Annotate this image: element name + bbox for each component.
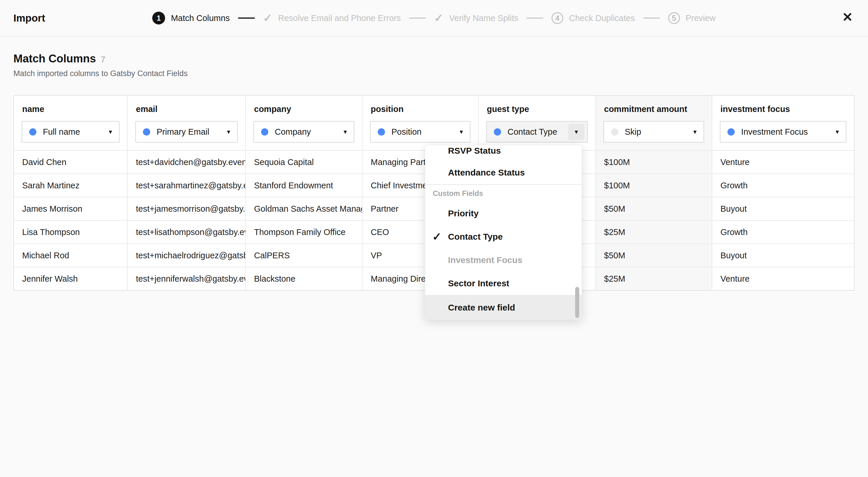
menu-item-investment-focus[interactable]: Investment Focus bbox=[425, 248, 582, 272]
step-connector bbox=[409, 18, 426, 19]
cell-commitment-amount: $100M bbox=[596, 173, 712, 197]
cell-investment-focus: Buyout bbox=[712, 197, 854, 220]
step-verify-name-splits[interactable]: ✓Verify Name Splits bbox=[434, 12, 518, 25]
column-mapping-select-company[interactable]: Company▼ bbox=[253, 121, 354, 142]
column-mapping-select-name[interactable]: Full name▼ bbox=[22, 121, 120, 142]
cell-company: Blackstone bbox=[246, 267, 363, 290]
column-mapping-select-investment-focus[interactable]: Investment Focus▼ bbox=[720, 121, 846, 142]
selected-field-label: Contact Type bbox=[507, 127, 557, 137]
column-mapping-select-position[interactable]: Position▼ bbox=[370, 121, 470, 142]
step-check-duplicates[interactable]: 4Check Duplicates bbox=[552, 12, 635, 24]
menu-item-priority[interactable]: Priority bbox=[425, 202, 582, 225]
chevron-down-icon: ▼ bbox=[692, 129, 698, 135]
mapping-dot bbox=[727, 128, 735, 135]
cell-name: Michael Rod bbox=[14, 244, 128, 267]
menu-item-label: Create new field bbox=[448, 303, 515, 313]
column-header-investment-focus: investment focusInvestment Focus▼ bbox=[712, 96, 854, 150]
step-label: Match Columns bbox=[171, 13, 229, 23]
column-source-label: company bbox=[246, 104, 362, 114]
column-source-label: commitment amount bbox=[596, 104, 712, 114]
cell-email: test+jenniferwalsh@gatsby.events bbox=[128, 267, 246, 290]
step-match-columns[interactable]: 1Match Columns bbox=[152, 12, 229, 25]
menu-item-attendance-status[interactable]: Attendance Status bbox=[425, 161, 582, 184]
column-source-label: email bbox=[128, 104, 245, 114]
cell-email: test+davidchen@gatsby.events bbox=[128, 150, 246, 173]
menu-item-label: RSVP Status bbox=[448, 146, 501, 156]
cell-investment-focus: Growth bbox=[712, 173, 854, 197]
title-row: Match Columns 7 bbox=[13, 53, 855, 65]
mapping-dot bbox=[29, 128, 36, 135]
column-mapping-select-email[interactable]: Primary Email▼ bbox=[135, 121, 238, 142]
step-number: 4 bbox=[552, 12, 563, 24]
cell-email: test+sarahmartinez@gatsby.events bbox=[128, 173, 246, 197]
menu-scrollbar-thumb[interactable] bbox=[575, 287, 579, 318]
topbar: Import 1Match Columns✓Resolve Email and … bbox=[0, 0, 868, 37]
mapping-dot bbox=[143, 128, 150, 135]
step-check-icon: ✓ bbox=[263, 12, 272, 25]
mapping-dot bbox=[378, 128, 385, 135]
column-source-label: position bbox=[363, 104, 478, 114]
page-subtitle: Match imported columns to Gatsby Contact… bbox=[13, 69, 855, 78]
page-title: Match Columns bbox=[13, 53, 96, 65]
column-header-position: positionPosition▼ bbox=[363, 96, 478, 150]
cell-name: Sarah Martinez bbox=[14, 173, 128, 197]
column-mapping-select-guest-type[interactable]: Contact Type▼ bbox=[486, 121, 588, 142]
step-label: Check Duplicates bbox=[569, 13, 635, 23]
import-title: Import bbox=[13, 12, 45, 24]
cell-name: David Chen bbox=[14, 150, 128, 173]
column-mapping-select-commitment-amount[interactable]: Skip▼ bbox=[603, 121, 704, 142]
step-label: Resolve Email and Phone Errors bbox=[278, 13, 401, 23]
step-label: Verify Name Splits bbox=[449, 13, 518, 23]
cell-company: CalPERS bbox=[246, 244, 363, 267]
chevron-down-icon: ▼ bbox=[574, 129, 579, 135]
close-icon[interactable]: ✕ bbox=[842, 11, 853, 24]
chevron-down-icon: ▼ bbox=[834, 129, 840, 135]
cell-company: Thompson Family Office bbox=[246, 220, 363, 244]
chevron-down-icon: ▼ bbox=[342, 129, 348, 135]
step-resolve-email-and-phone-errors[interactable]: ✓Resolve Email and Phone Errors bbox=[263, 12, 401, 25]
menu-item-sector-interest[interactable]: Sector Interest bbox=[425, 272, 582, 295]
cell-investment-focus: Venture bbox=[712, 150, 854, 173]
menu-item-create-new-field[interactable]: Create new field bbox=[425, 296, 582, 320]
cell-commitment-amount: $50M bbox=[596, 197, 712, 220]
step-connector bbox=[238, 18, 255, 19]
cell-company: Stanford Endowment bbox=[246, 173, 363, 197]
chevron-down-icon: ▼ bbox=[107, 129, 113, 135]
cell-email: test+jamesmorrison@gatsby.events bbox=[128, 197, 246, 220]
cell-company: Goldman Sachs Asset Management bbox=[246, 197, 363, 220]
selected-field-label: Position bbox=[392, 127, 422, 137]
cell-commitment-amount: $50M bbox=[596, 244, 712, 267]
cell-commitment-amount: $25M bbox=[596, 220, 712, 244]
step-preview[interactable]: 5Preview bbox=[668, 12, 716, 24]
chevron-down-icon: ▼ bbox=[459, 129, 464, 135]
caret-chip: ▼ bbox=[568, 124, 585, 140]
column-source-label: guest type bbox=[478, 104, 595, 114]
cell-name: James Morrison bbox=[14, 197, 128, 220]
cell-email: test+michaelrodriguez@gatsby.events bbox=[128, 244, 246, 267]
cell-email: test+lisathompson@gatsby.events bbox=[128, 220, 246, 244]
column-header-commitment-amount: commitment amountSkip▼ bbox=[596, 96, 712, 150]
selected-field-label: Skip bbox=[625, 127, 641, 137]
step-number: 1 bbox=[152, 12, 165, 25]
menu-item-rsvp-status[interactable]: RSVP Status bbox=[425, 145, 582, 161]
selected-field-label: Full name bbox=[43, 127, 80, 137]
cell-investment-focus: Venture bbox=[712, 267, 854, 290]
selected-field-label: Company bbox=[275, 127, 311, 137]
step-check-icon: ✓ bbox=[434, 12, 443, 25]
menu-item-label: Sector Interest bbox=[448, 279, 509, 288]
step-label: Preview bbox=[686, 13, 716, 23]
selected-field-label: Investment Focus bbox=[741, 127, 808, 137]
step-number: 5 bbox=[668, 12, 680, 24]
menu-item-contact-type[interactable]: ✓Contact Type bbox=[425, 225, 582, 248]
table-header-row: nameFull name▼emailPrimary Email▼company… bbox=[14, 96, 854, 150]
step-connector bbox=[643, 18, 660, 19]
page-count: 7 bbox=[101, 55, 105, 64]
menu-item-label: Priority bbox=[448, 209, 478, 218]
column-header-email: emailPrimary Email▼ bbox=[128, 96, 246, 150]
menu-item-label: Attendance Status bbox=[448, 168, 525, 178]
cell-commitment-amount: $25M bbox=[596, 267, 712, 290]
column-header-guest-type: guest typeContact Type▼ bbox=[478, 96, 596, 150]
mapping-dot bbox=[494, 128, 501, 135]
cell-commitment-amount: $100M bbox=[596, 150, 712, 173]
cell-investment-focus: Buyout bbox=[712, 244, 854, 267]
